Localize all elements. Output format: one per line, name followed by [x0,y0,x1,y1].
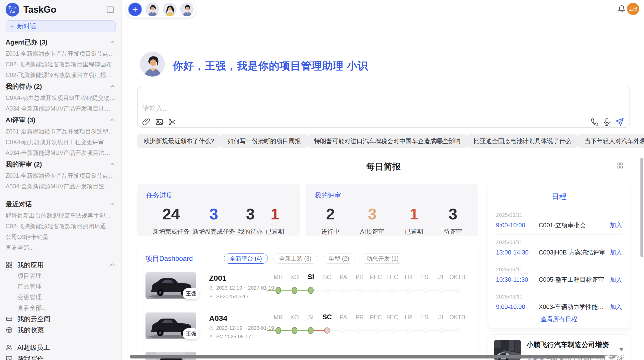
sidebar-item[interactable]: 公司Q3轻卡销量 [6,232,116,242]
sidebar-item[interactable]: A034-全新新能源MUV产品开发项目法规符合性评审 [6,147,116,158]
conversation-switcher: + [126,1,196,18]
news-title: 小鹏飞行汽车制造公司增资 [526,340,624,349]
stat-new-ai-done: 3新增AI完成任务 [193,205,235,236]
conversation-avatar[interactable] [180,3,194,16]
section-header-my-todo[interactable]: 我的待办 (2) [6,80,116,93]
milestone-dot-pending [455,288,460,293]
section-header-agent-done[interactable]: Agent已办 (3) [6,36,116,48]
tab-powertrain[interactable]: 动总开发 (1) [361,253,405,264]
app-logo-text-bottom: Go [10,10,15,14]
send-icon [615,118,624,126]
new-conversation-button[interactable]: + [128,3,142,16]
suggestion-chip[interactable]: 当下年轻人对汽车外观有怎样的喜好趋势 [578,134,644,148]
plus-icon: + [10,22,14,30]
sidebar-item[interactable]: 解释最新出台的欧盟报废车法规再生塑料比例被调至15%... [6,210,116,221]
sidebar-item-cloud-space[interactable]: 我的云空间 [6,313,116,324]
schedule-item: 2025/03/11 9:00-10:00 X003-车辆动力学性能验... 加… [496,289,622,316]
sidebar-item[interactable]: C0X4-动力总成开发项目工程变更评审 [6,137,116,147]
sidebar-item[interactable]: Z001-全新燃油轻卡产品开发项目SI造型提交物评审 [6,126,116,137]
sidebar-item[interactable]: C02-飞腾新能源轻客改款项目里程碑画布 [6,59,116,70]
phone-icon [590,118,599,126]
schedule-time: 9:00-10:00 [496,222,539,229]
user-avatar[interactable]: 王强 [627,3,639,15]
stat-in-progress: 2进行中 [321,205,340,236]
suggestion-chip[interactable]: 欧洲新规最近颁布了什么? [137,134,221,148]
tab-new-body[interactable]: 全新上装 (3) [273,253,317,264]
scroll-right-arrow[interactable] [612,355,616,359]
sidebar-item[interactable]: Z001-全新燃油轻卡产品开发项目SI节点属性5D文件评审 [6,170,116,181]
mic-button[interactable] [603,118,611,126]
suggestion-chip[interactable]: 如何写一份清晰的项目周报 [221,134,307,148]
sidebar-item[interactable]: C0X4-动力总成开发项目SI里程碑提交物检查 [6,93,116,103]
conversation-avatar[interactable] [145,3,159,16]
section-header-recent-chats[interactable]: 最近对话 [6,198,116,210]
my-apps-label: 我的应用 [17,261,44,269]
milestone-dot-pending [455,328,460,333]
suggestion-chip[interactable]: 特朗普可能对进口汽车增税会对中国车企造成哪些影响 [307,134,467,148]
project-date-range: 2023-12-19 ~ 2027-01-19 [216,285,274,291]
join-meeting-link[interactable]: 加入 [610,276,622,284]
milestone-dot-pending [406,288,411,293]
app-link-project-mgmt[interactable]: 项目管理 [6,271,116,281]
project-node: SC-2025-05-17 [216,334,251,340]
milestone-dot-pending [422,328,428,333]
tab-new-platform[interactable]: 全新平台 (4) [224,253,268,264]
suggestion-chip[interactable]: 比亚迪全固态电池计划具体说了什么 [467,134,578,148]
sidebar-item-ai-staff[interactable]: AI超级员工 [6,342,116,353]
join-meeting-link[interactable]: 加入 [610,303,622,311]
milestone-dot-pending [357,328,362,333]
schedule-date: 2025/03/11 [496,294,622,300]
milestone-dot-done [275,327,281,334]
sidebar-item-write-helper[interactable]: 帮我写作 [6,353,116,360]
voice-call-button[interactable] [590,118,599,126]
chevron-up-icon [109,262,116,268]
daily-brief-header: 每日简报 [137,161,630,173]
join-meeting-link[interactable]: 加入 [610,248,622,257]
horizontal-scrollbar-thumb[interactable] [130,355,605,358]
stats-card-task-progress: 任务进度 24新增完成任务 3新增AI完成任务 3我的待办 1已逾期 [137,184,300,236]
schedule-meeting-title: C005-整车工程目标评审 [539,276,606,284]
sidebar-item-favorites[interactable]: 我的收藏 [6,324,116,336]
image-upload-button[interactable] [155,118,164,126]
schedule-meeting-title: C003|H0B-方案冻结评审 [539,248,606,257]
layout-grid-button[interactable] [616,162,623,169]
vertical-scrollbar-thumb[interactable] [640,158,643,257]
new-chat-button[interactable]: + 新对话 [6,20,116,32]
schedule-panel: 日程 2025/03/11 9:00-10:00 C001-立项审批会 加入 2… [488,184,630,328]
clock-icon [209,326,214,331]
sidebar-item-view-all[interactable]: 查看全部... [6,242,116,253]
section-header-ai-review[interactable]: AI评审 (3) [6,114,116,126]
app-link-view-all[interactable]: 查看全部... [6,303,116,313]
chevron-up-icon [109,83,116,90]
clock-icon [209,286,214,290]
sidebar-header: Task Go TaskGo [0,0,121,17]
sidebar-item[interactable]: A034-全新新能源MUV产品开发项目计划变更表编写 [6,103,116,114]
app-root: Task Go TaskGo + 新对话 Agent已办 (3) Z001-全新… [0,0,644,360]
schedule-item: 2025/03/11 10:30-11:30 C005-整车工程目标评审 加入 [496,262,622,289]
project-date-range: 2023-12-19 ~ 2026-01-19 [216,325,274,331]
sidebar-item[interactable]: C02-飞腾新能源轻客改款项目的闭环通告反馈情况 [6,221,116,232]
send-button[interactable] [615,118,624,126]
sidebar-item[interactable]: A034-全新新能源MUV产品开发项目造型可行性评审 [6,181,116,192]
sidebar-item[interactable]: C02-飞腾新能源轻客改款项目立项汇报方案 [6,70,116,80]
schedule-meeting-title: C001-立项审批会 [539,221,606,229]
mic-icon [603,118,611,126]
tab-model-year[interactable]: 年型 (2) [323,253,355,264]
sidebar-collapse-button[interactable] [106,5,115,14]
notifications-button[interactable] [617,5,626,13]
chevron-up-icon [109,39,116,46]
sidebar-item[interactable]: Z001-全新燃油皮卡产品开发项目SI节点Lesson Learn报告 [6,48,116,59]
view-all-schedule-link[interactable]: 查看所有日程 [488,315,630,323]
message-input[interactable]: 请输入... [137,87,630,128]
sidebar-item-my-apps[interactable]: 我的应用 [6,259,116,271]
scroll-down-arrow[interactable] [619,348,624,351]
project-row-z001: 王强 Z001 2023-12-19 ~ 2027-01-19 SI-2025-… [145,272,474,310]
section-header-my-review[interactable]: 我的评审 (2) [6,158,116,170]
bell-icon [617,5,626,13]
join-meeting-link[interactable]: 加入 [610,221,622,229]
screenshot-button[interactable] [168,118,176,126]
app-link-change-mgmt[interactable]: 变更管理 [6,292,116,303]
attach-button[interactable] [142,118,151,126]
app-link-product-mgmt[interactable]: 产品管理 [6,281,116,292]
conversation-avatar[interactable] [163,3,177,16]
